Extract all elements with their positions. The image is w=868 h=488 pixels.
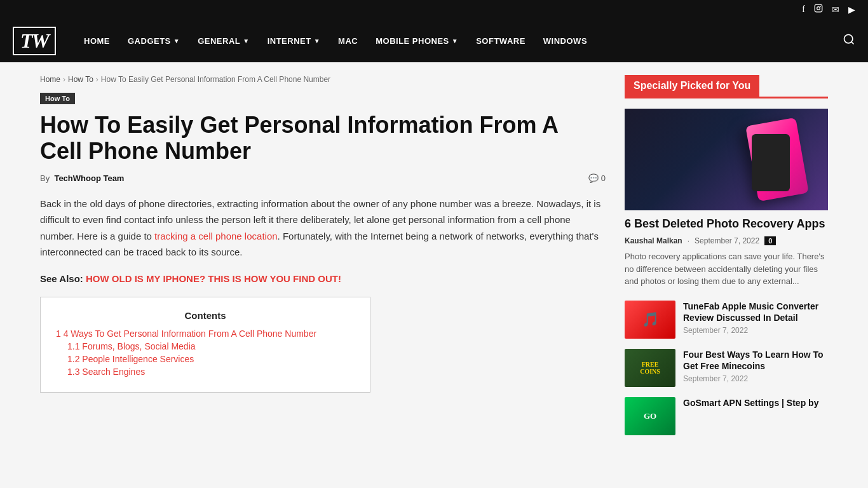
contents-link-3[interactable]: 1.2 People Intelligence Services	[67, 354, 194, 364]
author-line: By TechWhoop Team 💬 0	[40, 173, 606, 183]
mobile-caret: ▼	[452, 37, 458, 44]
contents-list: 1 4 Ways To Get Personal Information Fro…	[56, 329, 355, 377]
side-item-date-1: September 7, 2022	[683, 326, 828, 335]
breadcrumb-current: How To Easily Get Personal Information F…	[101, 75, 330, 84]
featured-date-sep: ·	[688, 236, 689, 245]
email-icon[interactable]: ✉	[832, 4, 839, 15]
article-title: How To Easily Get Personal Information F…	[40, 112, 606, 165]
see-also-label: See Also:	[40, 273, 83, 284]
contents-title: Contents	[56, 310, 355, 321]
svg-rect-0	[815, 4, 822, 12]
internet-caret: ▼	[314, 37, 320, 44]
nav-home[interactable]: HOME	[75, 19, 119, 62]
main-wrapper: Home › How To › How To Easily Get Person…	[27, 62, 841, 458]
side-thumb-gosmart: GO	[625, 397, 675, 435]
article-paragraph-1: Back in the old days of phone directorie…	[40, 196, 606, 261]
instagram-icon[interactable]	[814, 4, 823, 15]
breadcrumb: Home › How To › How To Easily Get Person…	[40, 75, 606, 84]
contents-link-4[interactable]: 1.3 Search Engines	[67, 367, 145, 377]
featured-image[interactable]	[625, 109, 828, 210]
side-list-item-1: 🎵 TuneFab Apple Music Converter Review D…	[625, 301, 828, 339]
contents-item-3: 1.2 People Intelligence Services	[56, 354, 355, 364]
nav-gadgets[interactable]: GADGETS▼	[119, 19, 189, 62]
contents-link-2[interactable]: 1.1 Forums, Blogs, Social Media	[67, 341, 196, 351]
side-item-title-2[interactable]: Four Best Ways To Learn How To Get Free …	[683, 349, 828, 372]
sidebar-title-wrapper: Specially Picked for You	[625, 75, 828, 98]
comment-icon: 💬	[588, 173, 599, 183]
side-item-info-1: TuneFab Apple Music Converter Review Dis…	[683, 301, 828, 335]
nav-internet[interactable]: INTERNET▼	[259, 19, 329, 62]
search-icon[interactable]	[843, 33, 855, 49]
general-caret: ▼	[243, 37, 249, 44]
featured-author: Kaushal Malkan	[625, 236, 682, 245]
side-list-item-3: GO GoSmart APN Settings | Step by	[625, 397, 828, 435]
svg-point-3	[844, 34, 853, 43]
contents-link-1[interactable]: 1 4 Ways To Get Personal Information Fro…	[56, 329, 316, 339]
featured-description: Photo recovery applications can save you…	[625, 250, 828, 288]
coins-label: FREECOINS	[640, 361, 660, 375]
tracking-link[interactable]: tracking a cell phone location	[154, 231, 277, 241]
side-item-info-2: Four Best Ways To Learn How To Get Free …	[683, 349, 828, 383]
featured-title[interactable]: 6 Best Deleted Photo Recovery Apps	[625, 217, 828, 231]
article-area: Home › How To › How To Easily Get Person…	[40, 75, 606, 445]
side-item-date-2: September 7, 2022	[683, 374, 828, 383]
breadcrumb-howto[interactable]: How To	[68, 75, 93, 84]
svg-line-4	[851, 41, 854, 44]
breadcrumb-home[interactable]: Home	[40, 75, 60, 84]
side-item-info-3: GoSmart APN Settings | Step by	[683, 397, 828, 411]
side-thumb-music: 🎵	[625, 301, 675, 339]
see-also: See Also: HOW OLD IS MY IPHONE? THIS IS …	[40, 273, 606, 284]
breadcrumb-sep-1: ›	[63, 75, 65, 84]
nav-general[interactable]: GENERAL▼	[189, 19, 258, 62]
gosmart-label: GO	[644, 411, 656, 421]
nav-links: HOME GADGETS▼ GENERAL▼ INTERNET▼ MAC MOB…	[75, 19, 843, 62]
author-prefix: By	[40, 173, 50, 183]
side-item-title-3[interactable]: GoSmart APN Settings | Step by	[683, 397, 828, 409]
featured-date: September 7, 2022	[695, 236, 759, 245]
category-tag[interactable]: How To	[40, 93, 75, 104]
featured-comment-badge: 0	[764, 236, 776, 245]
see-also-link[interactable]: HOW OLD IS MY IPHONE? THIS IS HOW YOU FI…	[86, 273, 341, 284]
contents-box: Contents 1 4 Ways To Get Personal Inform…	[40, 297, 370, 393]
side-item-title-1[interactable]: TuneFab Apple Music Converter Review Dis…	[683, 301, 828, 323]
sidebar: Specially Picked for You 6 Best Deleted …	[625, 75, 828, 445]
navbar: TW HOME GADGETS▼ GENERAL▼ INTERNET▼ MAC …	[0, 19, 868, 62]
nav-mobile-phones[interactable]: MOBILE PHONES▼	[367, 19, 467, 62]
svg-point-1	[817, 7, 820, 10]
side-list-item-2: FREECOINS Four Best Ways To Learn How To…	[625, 349, 828, 387]
youtube-icon[interactable]: ▶	[848, 4, 855, 15]
top-social-bar: f ✉ ▶	[0, 0, 868, 19]
nav-windows[interactable]: WINDOWS	[534, 19, 596, 62]
music-icon: 🎵	[642, 311, 659, 328]
svg-point-2	[820, 6, 821, 7]
sidebar-section-title: Specially Picked for You	[625, 75, 759, 97]
nav-mac[interactable]: MAC	[329, 19, 367, 62]
contents-item-2: 1.1 Forums, Blogs, Social Media	[56, 341, 355, 351]
side-thumb-coins: FREECOINS	[625, 349, 675, 387]
featured-meta: Kaushal Malkan · September 7, 2022 0	[625, 236, 828, 245]
author-name[interactable]: TechWhoop Team	[54, 173, 124, 183]
site-logo[interactable]: TW	[13, 27, 56, 55]
contents-item-4: 1.3 Search Engines	[56, 367, 355, 377]
nav-software[interactable]: SOFTWARE	[467, 19, 534, 62]
gadgets-caret: ▼	[173, 37, 180, 44]
comment-count: 💬 0	[588, 173, 606, 183]
breadcrumb-sep-2: ›	[96, 75, 98, 84]
contents-item-1: 1 4 Ways To Get Personal Information Fro…	[56, 329, 355, 339]
author-byline: By TechWhoop Team	[40, 173, 124, 183]
featured-card: 6 Best Deleted Photo Recovery Apps Kaush…	[625, 109, 828, 288]
comment-number: 0	[601, 173, 606, 183]
facebook-icon[interactable]: f	[802, 4, 805, 15]
